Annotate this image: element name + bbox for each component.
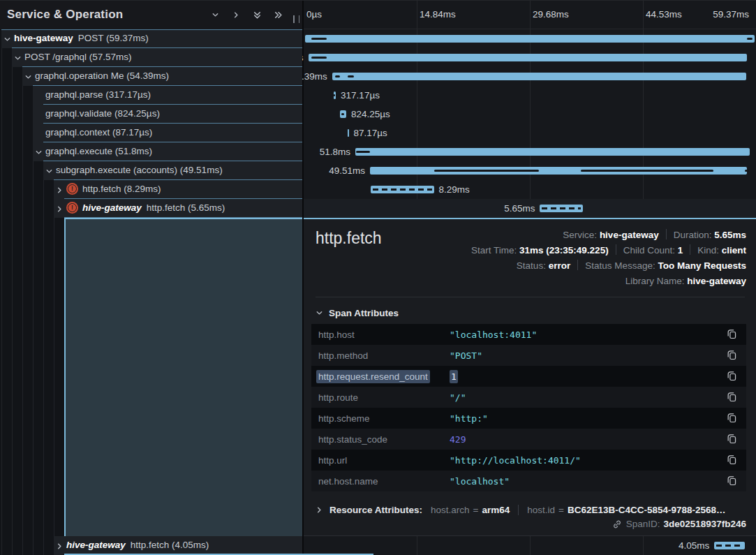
- self-time-segment: [581, 170, 713, 172]
- operation-name: http.fetch (8.29ms): [82, 184, 161, 194]
- meta-line: Library Name: hive-gateway: [471, 274, 746, 289]
- copy-icon[interactable]: [727, 475, 738, 487]
- span-duration-bar[interactable]: [332, 73, 747, 80]
- timeline-row[interactable]: 54.39ms: [304, 67, 756, 86]
- copy-icon[interactable]: [727, 434, 738, 445]
- copy-icon[interactable]: [727, 454, 738, 466]
- chevron-right-icon[interactable]: [56, 186, 64, 193]
- span-duration-bar[interactable]: [540, 205, 583, 212]
- meta-item: Status: error: [517, 260, 570, 271]
- meta-item: Service: hive-gateway: [563, 230, 658, 240]
- span-duration-bar[interactable]: [334, 91, 336, 99]
- span-row[interactable]: hive-gatewayhttp.fetch (5.65ms): [54, 199, 302, 218]
- span-duration-bar[interactable]: [370, 167, 747, 175]
- chevron-right-icon: [316, 506, 323, 514]
- timeline-row[interactable]: 59.37ms: [304, 29, 756, 48]
- chevron-right-icon[interactable]: [56, 205, 64, 212]
- attribute-row[interactable]: http.url"http://localhost:4011/": [311, 450, 746, 471]
- timeline-row[interactable]: 57.57ms: [304, 48, 756, 67]
- span-duration-bar[interactable]: [305, 35, 755, 43]
- indent-guide: [1, 29, 2, 555]
- error-icon: [66, 202, 78, 214]
- span-row[interactable]: hive-gatewayhttp.fetch (4.05ms): [54, 536, 302, 555]
- timeline-row[interactable]: 5.65ms: [304, 199, 756, 218]
- chevron-right-icon[interactable]: [56, 542, 64, 549]
- meta-item: Library Name: hive-gateway: [625, 276, 746, 286]
- chevron-down-icon[interactable]: [3, 35, 11, 43]
- ruler-tick: 29.68ms: [533, 0, 569, 29]
- copy-icon[interactable]: [727, 329, 738, 340]
- chevron-down-icon[interactable]: [45, 167, 53, 175]
- copy-icon[interactable]: [727, 371, 738, 382]
- span-attributes-table: http.host"localhost:4011"http.method"POS…: [311, 324, 746, 491]
- operation-name: http.fetch (5.65ms): [147, 202, 225, 213]
- span-row[interactable]: graphql.context (87.17µs): [33, 124, 302, 142]
- self-time-segment: [434, 170, 540, 172]
- timeline-row[interactable]: 51.8ms: [304, 142, 756, 161]
- copy-icon[interactable]: [727, 413, 738, 424]
- span-row[interactable]: http.fetch (8.29ms): [54, 180, 302, 199]
- span-row[interactable]: graphql.parse (317.17µs): [33, 86, 302, 105]
- span-row-label: graphql.operation Me (54.39ms): [35, 67, 169, 85]
- chevron-down-icon: [316, 309, 323, 317]
- span-duration-bar[interactable]: [714, 542, 745, 549]
- span-row[interactable]: POST /graphql (57.57ms): [12, 48, 302, 67]
- span-row[interactable]: hive-gatewayPOST (59.37ms): [1, 29, 302, 48]
- attribute-row[interactable]: http.host"localhost:4011": [311, 324, 746, 345]
- attribute-row[interactable]: http.request.resend_count1: [311, 366, 746, 387]
- ruler-tick: 44.53ms: [646, 0, 682, 29]
- span-duration-bar[interactable]: [340, 110, 346, 118]
- divider: [690, 244, 690, 255]
- span-row-label: graphql.execute (51.8ms): [45, 142, 152, 161]
- operation-name: graphql.context (87.17µs): [45, 127, 152, 138]
- timeline-row[interactable]: 4.05ms: [304, 536, 756, 555]
- span-row[interactable]: graphql.operation Me (54.39ms): [22, 67, 302, 86]
- chevron-down-icon[interactable]: [24, 73, 32, 80]
- attribute-row[interactable]: http.scheme"http:": [311, 408, 746, 429]
- attribute-value: "POST": [450, 350, 727, 361]
- timeline-row[interactable]: 87.17µs: [304, 124, 756, 142]
- span-duration-bar[interactable]: [371, 186, 434, 193]
- timeline-row[interactable]: 824.25µs: [304, 105, 756, 124]
- divider: [666, 229, 667, 239]
- attribute-row[interactable]: net.host.name"localhost": [311, 471, 746, 491]
- span-duration-bar[interactable]: [348, 129, 349, 137]
- bar-duration-label: 317.17µs: [341, 86, 380, 105]
- resource-attributes-label: Resource Attributes:: [329, 505, 422, 515]
- meta-item: Start Time: 31ms (23:35:49.225): [471, 245, 609, 256]
- ruler-tick: 14.84ms: [420, 0, 456, 29]
- expand-all-icon[interactable]: [272, 9, 283, 20]
- attribute-value: "localhost": [450, 476, 727, 487]
- collapse-one-icon[interactable]: [209, 9, 221, 20]
- span-attributes-section[interactable]: Span Attributes: [316, 306, 746, 320]
- attribute-row[interactable]: http.status_code429: [311, 429, 746, 450]
- timeline-row[interactable]: 317.17µs: [304, 86, 756, 105]
- span-duration-bar[interactable]: [355, 148, 750, 156]
- span-duration-bar[interactable]: [309, 54, 747, 61]
- bar-duration-label: 49.51ms: [329, 161, 365, 180]
- bar-duration-label: 8.29ms: [439, 180, 470, 199]
- attribute-value: 1: [450, 371, 727, 382]
- span-row[interactable]: graphql.execute (51.8ms): [33, 142, 302, 161]
- attribute-row[interactable]: http.method"POST": [311, 345, 746, 366]
- expand-one-icon[interactable]: [230, 9, 242, 20]
- service-name: hive-gateway: [82, 202, 142, 213]
- timeline-row[interactable]: 49.51ms: [304, 161, 756, 180]
- meta-item: Status Message: Too Many Requests: [585, 260, 746, 271]
- collapse-all-icon[interactable]: [251, 9, 262, 20]
- self-time-segment: [341, 113, 344, 115]
- chevron-down-icon[interactable]: [35, 148, 43, 156]
- attribute-value: "http://localhost:4011/": [450, 455, 727, 466]
- span-row[interactable]: subgraph.execute (accounts) (49.51ms): [43, 161, 302, 180]
- span-detail-panel: http.fetch Service: hive-gatewayDuration…: [304, 218, 756, 536]
- chevron-down-icon[interactable]: [14, 54, 22, 61]
- copy-icon[interactable]: [727, 392, 738, 403]
- span-row[interactable]: graphql.validate (824.25µs): [33, 105, 302, 124]
- timeline-row[interactable]: 8.29ms: [304, 180, 756, 199]
- attribute-value: "/": [450, 392, 727, 403]
- attribute-row[interactable]: http.route"/": [311, 387, 746, 408]
- resource-attributes-row[interactable]: Resource Attributes:host.arch=arm64host.…: [316, 501, 746, 519]
- panel-resize-handle[interactable]: [293, 15, 299, 24]
- copy-icon[interactable]: [727, 350, 738, 361]
- bar-duration-label: 5.65ms: [504, 199, 535, 218]
